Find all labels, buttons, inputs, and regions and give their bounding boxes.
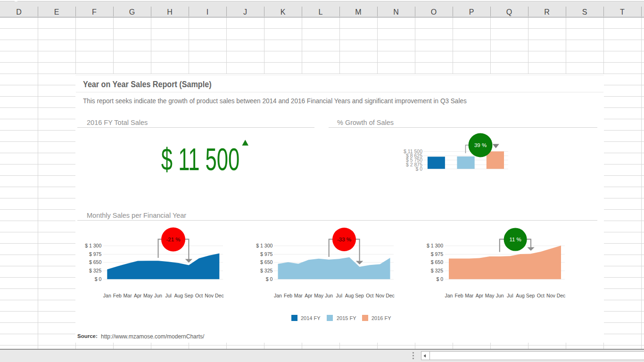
svg-text:39 %: 39 %	[474, 142, 487, 148]
svg-text:-21 %: -21 %	[166, 237, 180, 242]
svg-text:11 %: 11 %	[509, 237, 521, 242]
svg-text:-33 %: -33 %	[337, 237, 351, 242]
